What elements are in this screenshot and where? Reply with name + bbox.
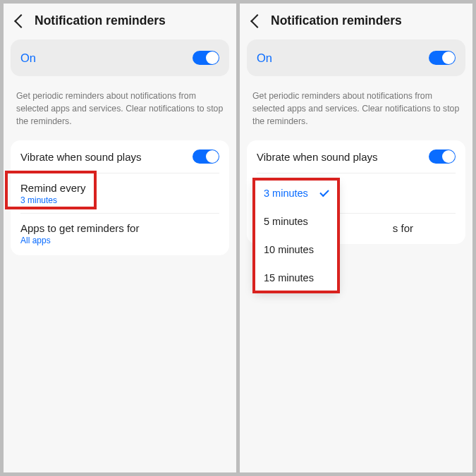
screenshot-right: Notification reminders On Get periodic r… [240, 4, 472, 472]
dropdown-option-15min[interactable]: 15 minutes [254, 264, 338, 292]
master-toggle-label: On [257, 51, 272, 65]
page-title: Notification reminders [35, 13, 166, 28]
vibrate-label: Vibrate when sound plays [257, 151, 378, 163]
dropdown-option-3min[interactable]: 3 minutes [254, 179, 338, 207]
vibrate-row[interactable]: Vibrate when sound plays [11, 140, 229, 173]
dropdown-option-10min[interactable]: 10 minutes [254, 236, 338, 264]
dropdown-option-label: 5 minutes [264, 216, 308, 227]
settings-list: Vibrate when sound plays Remind every 3 … [11, 140, 229, 255]
check-icon [319, 188, 329, 197]
apps-row[interactable]: Apps to get reminders for All apps [11, 214, 229, 255]
apps-value: All apps [20, 236, 219, 245]
description-text: Get periodic reminders about notificatio… [4, 76, 236, 140]
back-icon[interactable] [250, 14, 264, 28]
screenshot-left: Notification reminders On Get periodic r… [4, 4, 236, 472]
remind-every-label: Remind every [20, 182, 219, 194]
dropdown-option-5min[interactable]: 5 minutes [254, 207, 338, 236]
dropdown-option-label: 10 minutes [264, 244, 314, 255]
apps-label: Apps to get reminders for [20, 222, 219, 234]
master-toggle-card[interactable]: On [11, 39, 229, 76]
app-header: Notification reminders [4, 4, 236, 37]
remind-every-value: 3 minutes [20, 195, 219, 205]
remind-every-row[interactable]: Remind every 3 minutes [11, 173, 229, 213]
page-title: Notification reminders [271, 13, 402, 28]
vibrate-row[interactable]: Vibrate when sound plays [247, 140, 465, 173]
remind-interval-dropdown[interactable]: 3 minutes 5 minutes 10 minutes 15 minute… [254, 179, 338, 292]
description-text: Get periodic reminders about notificatio… [240, 76, 472, 140]
back-icon[interactable] [14, 14, 28, 28]
master-toggle-switch[interactable] [429, 51, 456, 65]
settings-list: Vibrate when sound plays Remind every 3 … [247, 140, 465, 244]
master-toggle-label: On [20, 51, 36, 65]
master-toggle-card[interactable]: On [247, 39, 465, 76]
dropdown-option-label: 15 minutes [264, 272, 314, 283]
vibrate-toggle-switch[interactable] [429, 149, 456, 164]
app-header: Notification reminders [240, 4, 472, 37]
dropdown-option-label: 3 minutes [264, 188, 308, 199]
master-toggle-switch[interactable] [193, 51, 219, 65]
vibrate-label: Vibrate when sound plays [20, 151, 142, 163]
vibrate-toggle-switch[interactable] [193, 149, 219, 164]
